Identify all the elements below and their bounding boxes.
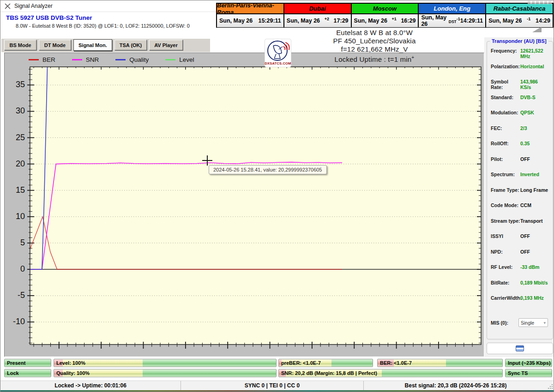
clock-date: Sun, May 26 bbox=[488, 18, 522, 24]
clock-time: 14:29:11 bbox=[460, 18, 483, 24]
overlay-satellite: Eutelsat 8 W B at 8.0°W bbox=[277, 29, 471, 37]
tab-av-player[interactable]: AV Player bbox=[149, 40, 183, 50]
y-axis-label: -5 bbox=[6, 291, 25, 300]
fold-corner-icon bbox=[532, 27, 542, 32]
transponder-row: Standard:DVB-S bbox=[487, 95, 553, 110]
transponder-row: Code Mode:CCM bbox=[487, 202, 553, 218]
indicator-bar-snr: SNR: 20,2 dB (Margin: 15,8 dB | Perfect) bbox=[278, 369, 503, 377]
indicator-bar-quality: Quality: 100% bbox=[54, 369, 277, 377]
signal-analyzer-window: Signal Analyzer TBS 5927 USB DVB-S2 Tune… bbox=[0, 0, 554, 392]
clock-time: 14:29 bbox=[536, 18, 550, 24]
transponder-label: RollOff: bbox=[491, 141, 520, 146]
dxsatcs-logo: DXSATCS.COM bbox=[265, 39, 291, 67]
window-list-button[interactable] bbox=[487, 343, 553, 354]
tab-dt-mode[interactable]: DT Mode bbox=[39, 40, 71, 50]
mis-value: Single bbox=[521, 320, 534, 326]
window-title: Signal Analyzer bbox=[14, 3, 53, 9]
transponder-row: FEC:2/3 bbox=[487, 125, 553, 141]
clock-date: Sun, May 26 bbox=[421, 14, 448, 27]
overlay-site: PF 450_Lučenec/Slovakia bbox=[277, 37, 471, 45]
transponder-row: Symbol Rate:143,986 KS/s bbox=[487, 79, 553, 95]
transponder-value: 0.35 bbox=[520, 141, 550, 146]
transponder-value: 0,193 MHz bbox=[520, 295, 550, 301]
y-axis-label: -10 bbox=[6, 317, 25, 327]
clock-time-row: Sun, May 26+116:29 bbox=[352, 14, 418, 27]
y-axis-label: 30 bbox=[6, 106, 25, 116]
transponder-label: ISSYI bbox=[491, 233, 520, 239]
clock-time-row: Sun, May 26-114:29 bbox=[486, 14, 553, 27]
transponder-row: BitRate:0,189 Mbit/s bbox=[487, 280, 553, 296]
transponder-label: BitRate: bbox=[491, 280, 520, 285]
clock-2: MoscowSun, May 26+116:29 bbox=[352, 4, 418, 27]
y-axis-label: 25 bbox=[6, 133, 25, 143]
clock-4: Rabat-CasablancaSun, May 26-114:29 bbox=[486, 4, 553, 27]
transponder-row: Polarization:Horizontal bbox=[487, 64, 553, 79]
transponder-value: 0,189 Mbit/s bbox=[520, 280, 550, 285]
transponder-value: 2/3 bbox=[520, 125, 550, 131]
transponder-value: 143,986 KS/s bbox=[520, 79, 550, 90]
transponder-row: NPD:OFF bbox=[487, 249, 553, 265]
transponder-value: QPSK bbox=[520, 110, 550, 115]
clock-0: Berlin-Paris-Vienna-RomaSun, May 2615:29… bbox=[217, 4, 283, 27]
y-axis-label: 5 bbox=[6, 238, 25, 248]
mode-tabs: BS ModeDT ModeSignal Mon.TSA (OK)AV Play… bbox=[4, 40, 183, 51]
window-list-icon bbox=[516, 345, 524, 351]
transponder-row: Spectrum:Inverted bbox=[487, 172, 553, 187]
satellite-dish-icon bbox=[265, 39, 291, 62]
transponder-value: Transport bbox=[520, 218, 550, 224]
clock-city-label: Berlin-Paris-Vienna-Roma bbox=[217, 4, 283, 14]
status-sync: SYNC 0 | TEI 0 | CC 0 bbox=[181, 381, 363, 390]
transponder-row: Pilot:OFF bbox=[487, 156, 553, 172]
clock-time-row: Sun, May 26+217:29 bbox=[284, 14, 351, 27]
tuner-title: TBS 5927 USB DVB-S2 Tuner bbox=[6, 14, 92, 21]
mis-row: MIS (0): Single ▾ bbox=[491, 318, 551, 327]
transponder-value: CCM bbox=[520, 202, 550, 208]
y-axis-label: 35 bbox=[6, 80, 25, 89]
transponder-label: Stream type: bbox=[491, 218, 520, 224]
tuner-subtitle: 8.0W - Eutelsat 8 West B (ID: 3520) @ LO… bbox=[16, 23, 190, 29]
indicator-bar-present: Present bbox=[4, 359, 51, 367]
indicator-bar-sync-ts: Sync TS bbox=[505, 369, 552, 377]
y-axis-label: 15 bbox=[6, 185, 25, 195]
transponder-row: RollOff:0.35 bbox=[487, 141, 553, 156]
transponder-row: ISSYIOFF bbox=[487, 233, 553, 249]
transponder-row: Frequency:12621,522 MHz bbox=[487, 48, 553, 64]
transponder-label: NPD: bbox=[491, 249, 520, 255]
transponder-row: Stream type:Transport bbox=[487, 218, 553, 234]
clock-city-label: London, Eng bbox=[419, 4, 485, 14]
transponder-row: Frame Type:Long Frame bbox=[487, 187, 553, 203]
transponder-label: Code Mode: bbox=[491, 202, 520, 208]
background-artifact bbox=[528, 1, 552, 4]
indicator-bar-input-235-kbps-: Input (~235 Kbps) bbox=[505, 359, 552, 367]
tab-signal-mon-[interactable]: Signal Mon. bbox=[73, 39, 112, 51]
transponder-label: Polarization: bbox=[491, 64, 520, 69]
y-axis-label: 0 bbox=[6, 264, 25, 274]
transponder-label: CarrierWidth: bbox=[491, 295, 520, 301]
tab-bs-mode[interactable]: BS Mode bbox=[4, 40, 36, 50]
transponder-row: Modulation:QPSK bbox=[487, 110, 553, 125]
clock-time: 16:29 bbox=[401, 18, 416, 24]
chart-tooltip: 2024-05-26 15.28.41, value: 20,299999237… bbox=[209, 165, 327, 174]
resize-grip[interactable] bbox=[548, 381, 554, 390]
transponder-label: Modulation: bbox=[491, 110, 520, 115]
chevron-down-icon: ▾ bbox=[543, 321, 546, 325]
indicator-bar-lock: Lock bbox=[4, 369, 51, 377]
mis-dropdown[interactable]: Single ▾ bbox=[518, 318, 548, 327]
y-axis-label: 20 bbox=[6, 159, 25, 169]
clock-time-row: Sun, May 26DST-114:29:11 bbox=[419, 14, 485, 27]
transponder-label: Symbol Rate: bbox=[491, 79, 520, 90]
signal-chart-panel: BERSNRQualityLevel 2024-05-26 15.28.41, … bbox=[4, 53, 484, 357]
clock-offset: -1 bbox=[527, 18, 530, 23]
transponder-value: 12621,522 MHz bbox=[520, 48, 550, 59]
transponder-groupbox: Transponder (AU) [BS] Frequency:12621,52… bbox=[487, 41, 553, 339]
clock-offset: DST-1 bbox=[449, 18, 460, 23]
transponder-value: OFF bbox=[520, 249, 550, 255]
signal-time-chart[interactable] bbox=[5, 53, 484, 356]
clock-3: London, EngSun, May 26DST-114:29:11 bbox=[419, 4, 485, 27]
clock-time: 15:29:11 bbox=[258, 18, 281, 24]
tab-tsa-ok-[interactable]: TSA (OK) bbox=[114, 40, 147, 50]
status-bar: Locked -> Uptime: 00:01:06 SYNC 0 | TEI … bbox=[0, 380, 554, 390]
app-satellite-icon bbox=[4, 3, 11, 10]
clock-date: Sun, May 26 bbox=[287, 18, 320, 24]
status-best-signal: Best signal: 20,3 dB (2024-05-26 15:28) bbox=[363, 381, 548, 390]
